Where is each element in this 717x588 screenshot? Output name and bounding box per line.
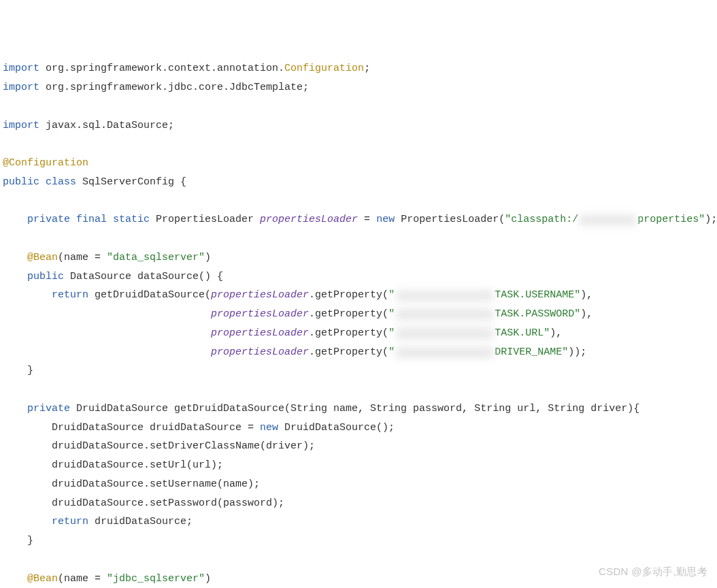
code-block: import org.springframework.context.annot…	[3, 59, 714, 588]
statement: druidDataSource.setUrl(url);	[52, 459, 223, 471]
watermark-text: CSDN @多动手,勤思考	[599, 562, 707, 581]
redacted-icon	[396, 328, 493, 339]
brace-close: }	[27, 365, 33, 376]
annotation-bean: @Bean	[27, 573, 58, 585]
field-modifiers: private final static	[27, 214, 156, 225]
annotation-bean: @Bean	[27, 252, 58, 263]
statement: druidDataSource.setDriverClassName(drive…	[52, 440, 315, 452]
package-path: org.springframework.context.annotation.	[46, 63, 284, 74]
statement: druidDataSource.setPassword(password);	[52, 497, 284, 509]
redacted-icon	[580, 215, 636, 226]
annotation-configuration: @Configuration	[3, 157, 88, 169]
redacted-icon	[396, 347, 493, 358]
keyword-import: import	[3, 63, 39, 74]
field-name: propertiesLoader	[260, 214, 358, 225]
brace-close: }	[27, 535, 33, 546]
method-signature: DataSource dataSource() {	[70, 271, 223, 282]
redacted-icon	[396, 291, 493, 301]
class-modifiers: public class	[3, 176, 82, 188]
keyword-import: import	[3, 82, 39, 93]
class-name: SqlServerConfig {	[82, 176, 186, 188]
package-path: org.springframework.jdbc.core.JdbcTempla…	[46, 82, 309, 93]
statement: druidDataSource.setUsername(name);	[52, 478, 260, 490]
method-signature: DruidDataSource getDruidDataSource(Strin…	[76, 403, 639, 414]
class-ref: Configuration	[284, 63, 364, 74]
package-path: javax.sql.DataSource;	[46, 120, 174, 131]
redacted-icon	[396, 309, 493, 320]
keyword-import: import	[3, 120, 39, 131]
